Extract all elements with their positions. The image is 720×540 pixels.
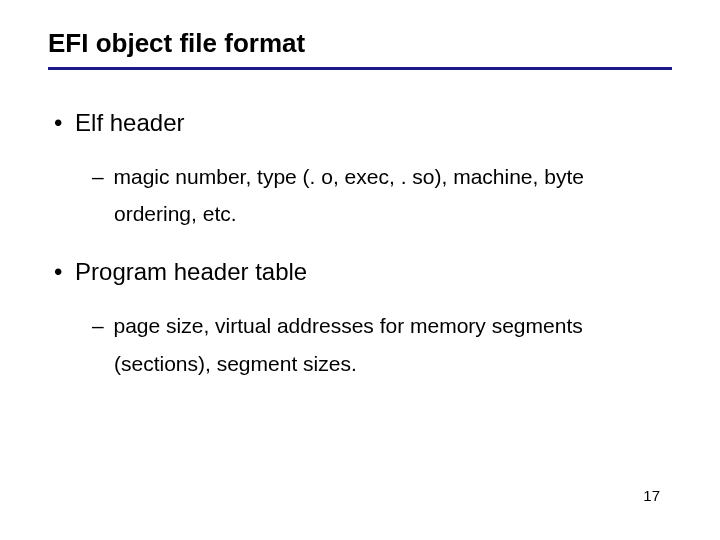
page-number: 17 — [643, 487, 660, 504]
sub-list-item: magic number, type (. o, exec, . so), ma… — [92, 158, 672, 234]
list-item: Elf header — [48, 106, 672, 140]
slide-title: EFI object file format — [48, 28, 672, 59]
sub-list-item: page size, virtual addresses for memory … — [92, 307, 672, 383]
title-underline — [48, 67, 672, 70]
content-list: Elf header magic number, type (. o, exec… — [48, 106, 672, 382]
list-item: Program header table — [48, 255, 672, 289]
